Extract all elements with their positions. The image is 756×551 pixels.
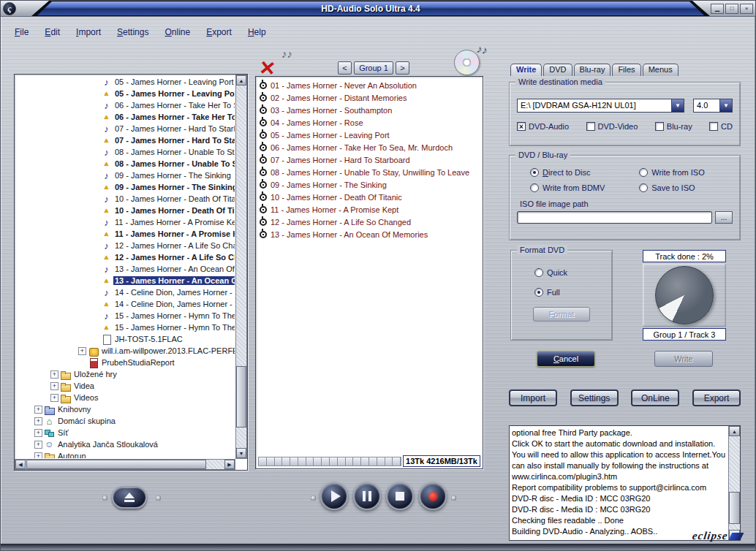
tree-item[interactable]: ▲05 - James Horner - Leaving Port bbox=[15, 88, 235, 99]
checkbox-blu-ray[interactable]: Blu-ray bbox=[655, 122, 692, 131]
tree-item[interactable]: ♪13 - James Horner - An Ocean Of Mer bbox=[15, 263, 235, 275]
tab-files[interactable]: Files bbox=[612, 64, 640, 76]
expand-icon[interactable]: + bbox=[50, 394, 58, 402]
tree-item[interactable]: ♪11 - James Horner - A Promise Kept bbox=[15, 216, 235, 228]
chevron-down-icon[interactable]: ▼ bbox=[671, 99, 684, 112]
tree-item[interactable]: ♪10 - James Horner - Death Of Titanic bbox=[15, 193, 235, 205]
pause-button[interactable] bbox=[353, 482, 381, 510]
track-item[interactable]: 06 - James Horner - Take Her To Sea, Mr.… bbox=[257, 141, 481, 153]
vertical-scrollbar-thumb[interactable] bbox=[236, 366, 246, 428]
track-item[interactable]: 11 - James Horner - A Promise Kept bbox=[257, 203, 481, 216]
track-item[interactable]: 05 - James Horner - Leaving Port bbox=[257, 129, 481, 141]
tree-item[interactable]: ▲10 - James Horner - Death Of Tita bbox=[15, 205, 235, 216]
browse-button[interactable]: ... bbox=[715, 211, 733, 224]
tree-horizontal-scrollbar[interactable]: ◀ ▶ bbox=[15, 459, 235, 470]
tree-item[interactable]: JH-TOST-5.1FLAC bbox=[15, 333, 235, 345]
scroll-right-arrow-icon[interactable]: ▶ bbox=[224, 460, 235, 469]
format-button[interactable]: Format bbox=[533, 307, 590, 322]
expand-icon[interactable]: + bbox=[50, 370, 58, 379]
chevron-down-icon[interactable]: ▼ bbox=[719, 99, 732, 112]
tree-item[interactable]: ▲12 - James Horner - A Life So Cha bbox=[15, 251, 235, 263]
track-item[interactable]: 03 - James Horner - Southampton bbox=[257, 104, 481, 116]
expand-icon[interactable]: + bbox=[34, 429, 42, 437]
tree-item[interactable]: +Videa bbox=[15, 380, 235, 392]
write-button[interactable]: Write bbox=[654, 351, 713, 367]
app-logo-icon[interactable]: ς bbox=[3, 2, 16, 15]
tab-blu-ray[interactable]: Blu-ray bbox=[574, 64, 611, 76]
expand-icon[interactable]: + bbox=[34, 406, 42, 414]
tree-vertical-scrollbar[interactable]: ▲ ▼ bbox=[235, 75, 247, 459]
button-export[interactable]: Export bbox=[692, 390, 741, 406]
tree-item[interactable]: ▲07 - James Horner - Hard To Starb bbox=[15, 134, 235, 146]
menu-item-export[interactable]: Export bbox=[200, 26, 241, 40]
close-button[interactable]: × bbox=[740, 4, 753, 14]
button-import[interactable]: Import bbox=[509, 390, 557, 406]
next-group-button[interactable]: > bbox=[396, 61, 409, 75]
track-item[interactable]: 13 - James Horner - An Ocean Of Memories bbox=[257, 228, 481, 240]
checkbox-dvd-video[interactable]: DVD-Video bbox=[586, 122, 638, 131]
tree-item[interactable]: +Videos bbox=[15, 392, 235, 403]
eject-button[interactable] bbox=[112, 486, 147, 509]
delete-track-icon[interactable]: ♪♪ × bbox=[260, 48, 292, 75]
tree-item[interactable]: ♪05 - James Horner - Leaving Port bbox=[15, 76, 235, 88]
menu-item-edit[interactable]: Edit bbox=[38, 26, 69, 40]
tree-item[interactable]: ♪15 - James Horner - Hymn To The Sea bbox=[15, 310, 235, 322]
tree-item[interactable]: ▲15 - James Horner - Hymn To The Sea bbox=[15, 322, 235, 333]
tree-item[interactable]: +Knihovny bbox=[15, 403, 235, 415]
iso-path-input[interactable] bbox=[517, 211, 712, 224]
tab-write[interactable]: Write bbox=[510, 64, 542, 76]
cd-audio-icon[interactable]: ♪♪ bbox=[454, 45, 488, 75]
track-item[interactable]: 04 - James Horner - Rose bbox=[257, 116, 481, 129]
group-label-button[interactable]: Group 1 bbox=[354, 61, 393, 75]
tree-item[interactable]: +⌂Domácí skupina bbox=[15, 415, 235, 427]
menu-item-settings[interactable]: Settings bbox=[110, 26, 158, 40]
button-settings[interactable]: Settings bbox=[570, 390, 619, 406]
tree-item[interactable]: +will.i.am-willpower.2013.FLAC-PERFECT bbox=[15, 345, 235, 357]
play-button[interactable] bbox=[320, 482, 348, 510]
tree-item[interactable]: PrubehStudiaReport bbox=[15, 357, 235, 368]
menu-item-file[interactable]: File bbox=[8, 26, 38, 40]
horizontal-scrollbar-thumb[interactable] bbox=[26, 460, 206, 469]
radio-full[interactable]: Full bbox=[534, 288, 612, 297]
expand-icon[interactable]: + bbox=[34, 452, 42, 459]
maximize-button[interactable]: □ bbox=[725, 4, 738, 14]
track-item[interactable]: 09 - James Horner - The Sinking bbox=[257, 178, 481, 191]
radio-direct-to-disc[interactable]: Direct to Disc bbox=[530, 168, 639, 177]
checkbox-dvd-audio[interactable]: ×DVD-Audio bbox=[517, 122, 569, 131]
tree-item[interactable]: ▲11 - James Horner - A Promise Ke bbox=[15, 228, 235, 240]
cancel-button[interactable]: Cancel bbox=[537, 351, 595, 367]
tree-item[interactable]: +Uložené hry bbox=[15, 368, 235, 380]
radio-save-to-iso[interactable]: Save to ISO bbox=[639, 183, 734, 192]
record-button[interactable] bbox=[419, 482, 447, 510]
tab-menus[interactable]: Menus bbox=[643, 64, 678, 76]
tree-item[interactable]: +Síť bbox=[15, 427, 235, 438]
radio-write-from-iso[interactable]: Write from ISO bbox=[639, 168, 734, 177]
checkbox-cd[interactable]: CD bbox=[709, 122, 733, 131]
tree-item[interactable]: ▲06 - James Horner - Take Her To Se bbox=[15, 111, 235, 123]
speed-select[interactable]: 4.0 ▼ bbox=[693, 99, 733, 113]
minimize-button[interactable]: ▁ bbox=[711, 4, 724, 14]
tree-item[interactable]: ▲08 - James Horner - Unable To Sta bbox=[15, 158, 235, 170]
menu-item-help[interactable]: Help bbox=[241, 26, 276, 40]
stop-button[interactable] bbox=[386, 482, 414, 510]
expand-icon[interactable]: + bbox=[50, 382, 58, 390]
expand-icon[interactable]: + bbox=[34, 441, 42, 449]
button-online[interactable]: OnLine bbox=[631, 390, 679, 406]
menu-item-import[interactable]: Import bbox=[69, 26, 110, 40]
tree-item[interactable]: ♪08 - James Horner - Unable To Stay, bbox=[15, 146, 235, 158]
menu-item-online[interactable]: Online bbox=[158, 26, 200, 40]
tree-item[interactable]: ▲13 - James Horner - An Ocean O bbox=[15, 275, 235, 286]
tree-item[interactable]: +☺Analytika Janča Stloukalová bbox=[15, 438, 235, 450]
tab-dvd[interactable]: DVD bbox=[543, 64, 572, 76]
tree-item[interactable]: ♪09 - James Horner - The Sinking bbox=[15, 170, 235, 181]
expand-icon[interactable]: + bbox=[34, 417, 42, 425]
track-item[interactable]: 08 - James Horner - Unable To Stay, Unwi… bbox=[257, 166, 481, 178]
track-item[interactable]: 10 - James Horner - Death Of Titanic bbox=[257, 191, 481, 203]
tree-item[interactable]: ♪07 - James Horner - Hard To Starboar bbox=[15, 123, 235, 134]
scroll-up-arrow-icon[interactable]: ▲ bbox=[729, 426, 740, 436]
drive-select[interactable]: E:\ [DVDRAM GSA-H12N UL01] ▼ bbox=[517, 99, 684, 113]
scroll-down-arrow-icon[interactable]: ▼ bbox=[236, 448, 246, 458]
scroll-up-arrow-icon[interactable]: ▲ bbox=[236, 75, 246, 86]
radio-quick[interactable]: Quick bbox=[534, 268, 612, 277]
tree-item[interactable]: ▲09 - James Horner - The Sinking bbox=[15, 181, 235, 193]
